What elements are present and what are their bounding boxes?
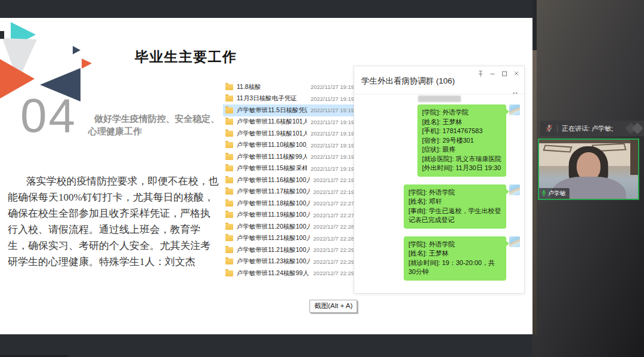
shared-screen-slide: 毕业生主要工作 04 做好学生疫情防控、安全稳定、 心理健康工作 落实学校的疫情… bbox=[0, 18, 532, 334]
file-name: 卢学敏带班11.18核酸100人 bbox=[237, 199, 309, 208]
section-title-line1: 做好学生疫情防控、安全稳定、 bbox=[88, 112, 237, 125]
file-date: 2022/12/7 22:28 bbox=[313, 235, 354, 242]
file-date: 2022/11/27 19:19 bbox=[311, 130, 354, 137]
folder-icon bbox=[225, 212, 233, 218]
slide-title: 毕业生主要工作 bbox=[135, 48, 237, 66]
folder-icon bbox=[225, 119, 233, 125]
folder-icon bbox=[225, 107, 233, 113]
file-row[interactable]: 11月3日核酸电子凭证2022/11/27 19:19 bbox=[223, 93, 356, 105]
chat-message: [学院]: 外语学院[姓名]: 王梦林[就诊时间]: 19：30-20:00，共… bbox=[404, 236, 520, 281]
file-row[interactable]: 卢学敏带班11.21核酸100人2022/12/7 22:28 bbox=[223, 233, 356, 245]
sidebar-notch bbox=[532, 0, 537, 50]
chat-messages: [学院]: 外语学院[姓名]: 王梦林[手机]: 17814767583[宿舍]… bbox=[354, 104, 524, 281]
file-date: 2022/12/7 22:29 bbox=[313, 247, 354, 253]
folder-icon bbox=[225, 235, 233, 241]
section-title: 做好学生疫情防控、安全稳定、 心理健康工作 bbox=[88, 112, 237, 137]
chat-bubble[interactable]: [学院]: 外语学院[姓名]: 王梦林[就诊时间]: 19：30-20:00，共… bbox=[404, 236, 506, 281]
file-name: 11月3日核酸电子凭证 bbox=[237, 94, 307, 103]
file-name: 卢学敏带班11.24核酸99人 bbox=[237, 269, 309, 278]
file-row[interactable]: 卢学敏带班11.9核酸101人2022/11/27 19:19 bbox=[223, 128, 356, 140]
avatar[interactable] bbox=[509, 104, 520, 115]
folder-icon bbox=[225, 224, 233, 230]
file-row[interactable]: 卢学敏带班11.15核酸采样图2022/11/27 19:19 bbox=[223, 163, 356, 175]
folder-icon bbox=[225, 258, 233, 264]
file-date: 2022/12/7 22:28 bbox=[313, 223, 354, 230]
file-row[interactable]: 11.8核酸2022/11/27 19:19 bbox=[223, 81, 356, 93]
participant-name: 卢学敏 bbox=[548, 189, 566, 198]
chat-bubble[interactable]: [学院]: 外语学院[姓名]: 邓轩[事由]: 学生已返校，学生出校登记表已完成… bbox=[404, 184, 506, 229]
folder-icon bbox=[225, 189, 233, 195]
file-row[interactable]: 卢学敏带班11.5日核酸凭证101人2022/11/27 19:19 bbox=[223, 104, 356, 116]
sidebar-edge-strip bbox=[532, 50, 537, 334]
file-name: 卢学敏带班11.10核酸100人 bbox=[237, 141, 307, 149]
close-icon[interactable] bbox=[513, 70, 519, 77]
file-row[interactable]: 卢学敏带班11.18核酸100人2022/12/7 22:27 bbox=[223, 198, 356, 210]
file-row[interactable]: 卢学敏带班11.6核酸101人2022/11/27 19:19 bbox=[223, 116, 356, 128]
avatar[interactable] bbox=[509, 184, 520, 195]
screenshot-button[interactable]: 截图(Alt + A) bbox=[309, 300, 357, 313]
file-date: 2022/12/7 22:19 bbox=[313, 177, 354, 183]
file-list: 11.8核酸2022/11/27 19:1911月3日核酸电子凭证2022/11… bbox=[223, 81, 356, 279]
chat-window-controls bbox=[478, 70, 519, 77]
participant-face bbox=[577, 152, 600, 181]
chat-group-title: 学生外出看病协调群 (106) bbox=[361, 76, 455, 87]
folder-icon bbox=[225, 165, 233, 171]
folder-icon bbox=[225, 247, 233, 253]
file-name: 卢学敏带班11.21核酸100人 bbox=[237, 234, 309, 242]
slide-body-text: 落实学校的疫情防控要求，即便不在校，也能确保每天100%钉钉打卡，尤其每日的核酸… bbox=[8, 173, 219, 270]
file-date: 2022/11/27 19:19 bbox=[311, 142, 354, 149]
divider bbox=[557, 125, 558, 132]
file-row[interactable]: 卢学敏带班11.21核酸100人 - 副本 (3)2022/12/7 22:29 bbox=[223, 244, 356, 256]
folder-icon bbox=[225, 84, 233, 90]
file-name: 卢学敏带班11.6核酸101人 bbox=[237, 118, 307, 126]
file-date: 2022/12/7 22:19 bbox=[313, 189, 354, 195]
file-name: 11.8核酸 bbox=[237, 83, 307, 91]
chat-message: [学院]: 外语学院[姓名]: 王梦林[手机]: 17814767583[宿舍]… bbox=[417, 104, 520, 177]
file-name: 卢学敏带班11.15核酸采样图 bbox=[237, 164, 307, 173]
meeting-watermark-logo bbox=[626, 122, 644, 134]
file-name: 卢学敏带班11.21核酸100人 - 副本 (3) bbox=[237, 246, 309, 254]
section-number: 04 bbox=[20, 92, 77, 140]
section-title-line2: 心理健康工作 bbox=[88, 125, 237, 137]
file-date: 2022/12/7 22:29 bbox=[313, 270, 354, 276]
redacted-notice bbox=[418, 96, 461, 102]
file-date: 2022/12/7 22:27 bbox=[313, 212, 354, 218]
maximize-icon[interactable] bbox=[501, 70, 507, 77]
meeting-sidebar: 正在讲话: 卢学敏; 卢学敏 bbox=[532, 0, 644, 357]
folder-icon bbox=[225, 142, 233, 148]
file-row[interactable]: 卢学敏带班11.11核酸99人、1人校外2022/11/27 19:19 bbox=[223, 151, 356, 163]
file-row[interactable]: 卢学敏带班11.17核酸100人2022/12/7 22:19 bbox=[223, 186, 356, 198]
chat-bubble[interactable]: [学院]: 外语学院[姓名]: 王梦林[手机]: 17814767583[宿舍]… bbox=[417, 104, 506, 177]
file-row[interactable]: 卢学敏带班11.10核酸100人2022/11/27 19:19 bbox=[223, 140, 356, 152]
folder-icon bbox=[225, 96, 233, 101]
chat-message: [学院]: 外语学院[姓名]: 邓轩[事由]: 学生已返校，学生出校登记表已完成… bbox=[404, 184, 520, 229]
file-date: 2022/11/27 19:19 bbox=[311, 96, 354, 102]
file-row[interactable]: 卢学敏带班11.24核酸99人2022/12/7 22:29 bbox=[223, 267, 356, 279]
participant-video-tile[interactable]: 卢学敏 bbox=[538, 139, 639, 200]
file-name: 卢学敏带班11.11核酸99人、1人校外 bbox=[237, 153, 307, 161]
file-date: 2022/11/27 19:19 bbox=[311, 119, 354, 125]
file-row[interactable]: 卢学敏带班11.19核酸100人2022/12/7 22:27 bbox=[223, 210, 356, 221]
pin-icon[interactable] bbox=[478, 70, 484, 77]
file-date: 2022/12/7 22:27 bbox=[313, 200, 354, 207]
folder-icon bbox=[225, 177, 233, 183]
minimize-icon[interactable] bbox=[490, 70, 496, 77]
file-row[interactable]: 卢学敏带班11.16核酸100人2022/12/7 22:19 bbox=[223, 174, 356, 186]
avatar[interactable] bbox=[509, 236, 520, 247]
folder-icon bbox=[225, 201, 233, 207]
file-date: 2022/11/27 19:19 bbox=[311, 165, 354, 172]
folder-icon bbox=[225, 131, 233, 137]
file-date: 2022/11/27 19:19 bbox=[311, 153, 354, 160]
mic-muted-icon bbox=[546, 124, 553, 133]
room-pillar bbox=[630, 140, 638, 175]
participant-name-tag: 卢学敏 bbox=[539, 188, 569, 199]
divider bbox=[354, 94, 524, 94]
file-date: 2022/11/27 19:19 bbox=[311, 84, 354, 90]
file-name: 卢学敏带班11.16核酸100人 bbox=[237, 176, 309, 184]
speaking-label: 正在讲话: 卢学敏; bbox=[562, 124, 613, 133]
file-name: 卢学敏带班11.5日核酸凭证101人 bbox=[237, 106, 307, 115]
folder-icon bbox=[225, 154, 233, 160]
file-row[interactable]: 卢学敏带班11.23核酸100人2022/12/7 22:29 bbox=[223, 256, 356, 268]
file-name: 卢学敏带班11.19核酸100人 bbox=[237, 211, 309, 219]
file-row[interactable]: 卢学敏带班11.20核酸100人 -2022/12/7 22:28 bbox=[223, 221, 356, 233]
